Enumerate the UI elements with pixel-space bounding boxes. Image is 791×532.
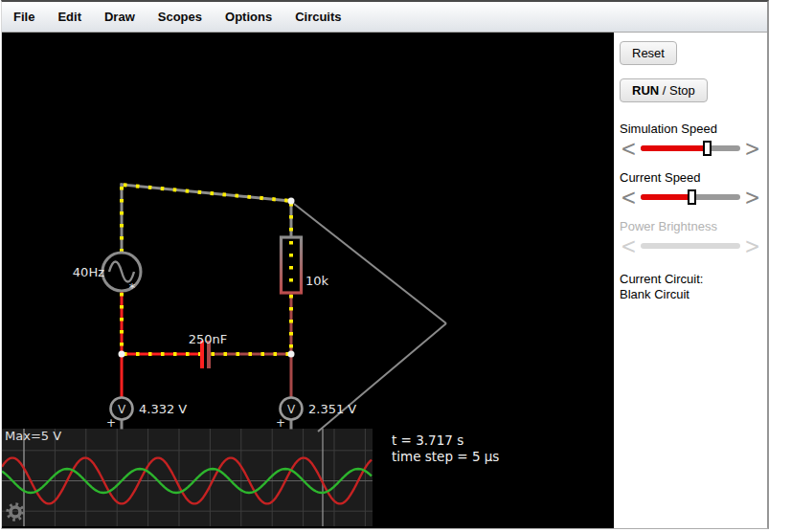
- simulation-speed-label: Simulation Speed: [620, 122, 761, 136]
- plus-terminal-label: +: [276, 416, 285, 430]
- menu-item-options[interactable]: Options: [214, 3, 283, 32]
- menu-bar: FileEditDrawScopesOptionsCircuits: [2, 2, 767, 33]
- slider-decrease-icon[interactable]: <: [620, 139, 638, 159]
- menu-item-file[interactable]: File: [2, 3, 46, 32]
- slider-increase-icon[interactable]: >: [743, 188, 761, 208]
- current-speed-label: Current Speed: [620, 170, 761, 185]
- scope-panel[interactable]: Max=5 V: [2, 429, 373, 526]
- run-stop-button[interactable]: RUN / Stop: [620, 78, 708, 102]
- voltmeter-1[interactable]: V+: [106, 398, 133, 431]
- svg-text:V: V: [118, 403, 126, 416]
- menu-item-scopes[interactable]: Scopes: [147, 3, 214, 32]
- menu-item-draw[interactable]: Draw: [93, 3, 147, 32]
- current-circuit-value: Blank Circuit: [620, 287, 761, 302]
- slider-fill: [641, 194, 691, 200]
- reset-button[interactable]: Reset: [620, 41, 677, 65]
- resistor-10k[interactable]: [282, 237, 302, 293]
- power-brightness-label: Power Brightness: [620, 219, 761, 233]
- svg-text:V: V: [287, 403, 296, 416]
- simulation-speed-handle[interactable]: [703, 141, 712, 156]
- component-label: *: [129, 280, 136, 295]
- current-speed-slider: < >: [620, 188, 761, 206]
- component-label: 4.332 V: [139, 402, 187, 416]
- current-circuit-label: Current Circuit:: [620, 272, 761, 287]
- slider-fill: [641, 145, 707, 151]
- sidebar: Reset RUN / Stop Simulation Speed < >: [614, 33, 767, 528]
- slider-increase-icon[interactable]: >: [743, 139, 761, 159]
- scope-max-label: Max=5 V: [5, 429, 61, 443]
- component-label: 250nF: [189, 332, 228, 346]
- drawn-line[interactable]: [294, 204, 446, 323]
- current-speed-track[interactable]: [641, 194, 740, 200]
- junction-node[interactable]: [288, 198, 295, 205]
- sim-time-label: t = 3.717 s: [392, 432, 463, 448]
- circuit-canvas[interactable]: Max=5 Vt = 3.717 stime step = 5 µsV+V+40…: [2, 33, 614, 528]
- power-brightness-slider: < >: [620, 237, 761, 255]
- junction-node[interactable]: [288, 351, 295, 358]
- simulation-speed-track[interactable]: [641, 145, 740, 151]
- junction-node[interactable]: [119, 351, 125, 358]
- menu-item-circuits[interactable]: Circuits: [283, 3, 352, 32]
- simulation-speed-slider: < >: [620, 140, 761, 157]
- time-step-label: time step = 5 µs: [392, 449, 499, 464]
- component-label: 40Hz: [73, 265, 104, 279]
- page: FileEditDrawScopesOptionsCircuits Max=5 …: [0, 0, 791, 532]
- voltmeter-2[interactable]: V+: [276, 398, 303, 431]
- component-label: 2.351 V: [308, 402, 356, 416]
- power-brightness-track: [641, 243, 740, 249]
- menu-item-edit[interactable]: Edit: [46, 3, 93, 32]
- plus-terminal-label: +: [106, 416, 116, 430]
- current-speed-handle[interactable]: [688, 189, 696, 205]
- slider-decrease-icon: <: [620, 236, 638, 256]
- slider-decrease-icon[interactable]: <: [620, 188, 638, 208]
- component-label: 10k: [305, 274, 329, 288]
- wire[interactable]: [122, 185, 291, 201]
- slider-increase-icon: >: [743, 236, 761, 256]
- app-window: FileEditDrawScopesOptionsCircuits Max=5 …: [1, 0, 769, 529]
